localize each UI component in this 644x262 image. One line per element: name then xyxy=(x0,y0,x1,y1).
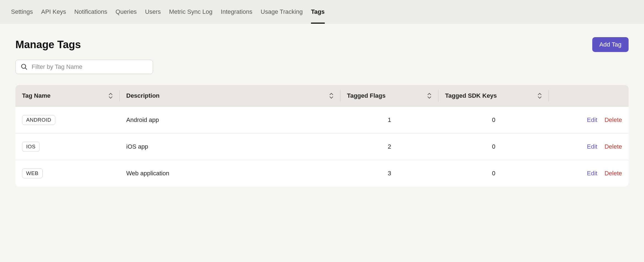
svg-line-1 xyxy=(25,68,27,70)
tagged-flags-cell: 3 xyxy=(340,160,438,187)
column-header-tagged-sdk-keys[interactable]: Tagged SDK Keys xyxy=(438,85,549,107)
tagged-sdk-keys-cell: 0 xyxy=(438,160,549,187)
edit-link[interactable]: Edit xyxy=(587,116,597,123)
column-label: Description xyxy=(126,92,160,99)
delete-link[interactable]: Delete xyxy=(604,116,622,123)
delete-link[interactable]: Delete xyxy=(604,143,622,150)
description-cell: Android app xyxy=(120,107,340,133)
column-label: Tagged Flags xyxy=(347,92,386,99)
sort-icon xyxy=(329,93,334,99)
tag-chip: WEB xyxy=(22,168,43,178)
nav-tab-settings[interactable]: Settings xyxy=(11,0,33,24)
nav-tab-integrations[interactable]: Integrations xyxy=(221,0,252,24)
nav-tab-metric-sync-log[interactable]: Metric Sync Log xyxy=(169,0,212,24)
nav-tab-users[interactable]: Users xyxy=(145,0,161,24)
description-cell: iOS app xyxy=(120,133,340,160)
table-row: ANDROIDAndroid app10EditDelete xyxy=(15,107,629,133)
tagged-flags-cell: 1 xyxy=(340,107,438,133)
svg-point-0 xyxy=(21,64,26,68)
edit-link[interactable]: Edit xyxy=(587,170,597,177)
column-header-tag-name[interactable]: Tag Name xyxy=(15,85,120,107)
nav-tab-notifications[interactable]: Notifications xyxy=(74,0,107,24)
filter-input[interactable] xyxy=(32,63,148,70)
column-header-tagged-flags[interactable]: Tagged Flags xyxy=(340,85,438,107)
page-title: Manage Tags xyxy=(15,39,81,51)
sort-icon xyxy=(427,93,432,99)
column-header-description[interactable]: Description xyxy=(120,85,340,107)
sort-icon xyxy=(537,93,542,99)
search-icon xyxy=(21,63,28,70)
tagged-sdk-keys-cell: 0 xyxy=(438,133,549,160)
column-label: Tagged SDK Keys xyxy=(445,92,497,99)
table-row: IOSiOS app20EditDelete xyxy=(15,133,629,160)
delete-link[interactable]: Delete xyxy=(604,170,622,177)
tag-chip: IOS xyxy=(22,142,40,152)
column-label: Tag Name xyxy=(22,92,51,99)
description-cell: Web application xyxy=(120,160,340,187)
nav-tab-api-keys[interactable]: API Keys xyxy=(41,0,66,24)
edit-link[interactable]: Edit xyxy=(587,143,597,150)
settings-nav-bar: SettingsAPI KeysNotificationsQueriesUser… xyxy=(0,0,644,24)
tagged-flags-cell: 2 xyxy=(340,133,438,160)
column-header-actions xyxy=(549,85,629,107)
nav-tab-usage-tracking[interactable]: Usage Tracking xyxy=(261,0,303,24)
nav-tab-queries[interactable]: Queries xyxy=(116,0,137,24)
tag-chip: ANDROID xyxy=(22,115,55,125)
sort-icon xyxy=(108,93,113,99)
filter-box[interactable] xyxy=(15,60,153,74)
tagged-sdk-keys-cell: 0 xyxy=(438,107,549,133)
tags-table: Tag Name Description xyxy=(15,85,629,187)
table-row: WEBWeb application30EditDelete xyxy=(15,160,629,187)
nav-tab-tags[interactable]: Tags xyxy=(311,0,325,24)
add-tag-button[interactable]: Add Tag xyxy=(592,37,629,52)
